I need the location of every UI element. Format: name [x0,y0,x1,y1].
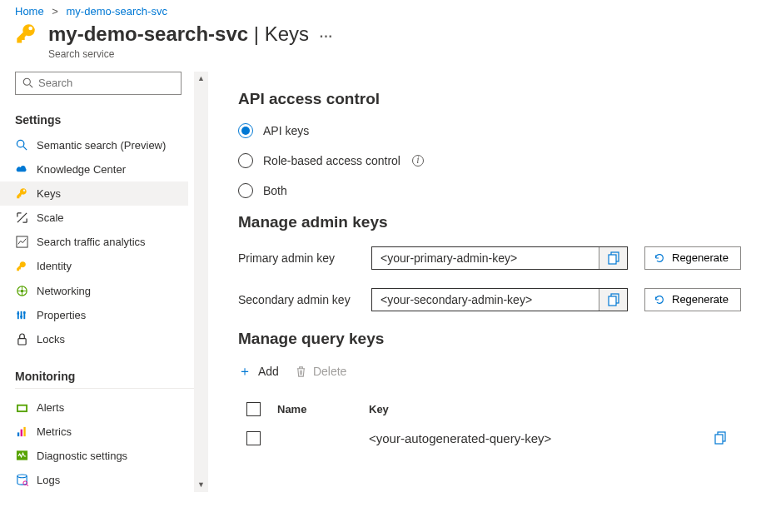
trash-icon [296,365,306,378]
copy-secondary-button[interactable] [599,289,627,311]
primary-key-field[interactable]: <your-primary-admin-key> [371,246,628,270]
breadcrumb-sep: > [52,5,58,17]
analytics-icon [15,236,28,248]
sidebar-item-keys[interactable]: Keys [0,181,188,206]
button-label: Add [258,365,279,378]
sidebar-item-semantic-search[interactable]: Semantic search (Preview) [0,133,188,157]
delete-query-key-button[interactable]: Delete [296,365,346,378]
radio-label: Role-based access control [263,154,400,167]
sidebar: « Settings Semantic search (Preview) Kno… [0,72,205,492]
logs-icon [15,474,28,486]
column-name: Name [277,403,369,415]
radio-api-keys[interactable]: API keys [238,123,748,138]
radio-label: API keys [263,124,309,137]
sidebar-item-knowledge-center[interactable]: Knowledge Center [0,157,188,181]
sidebar-item-scale[interactable]: Scale [0,206,188,230]
page-title: my-demo-search-svc | Keys ··· [48,22,333,47]
scrollbar[interactable]: ▲ ▼ [194,72,208,492]
add-query-key-button[interactable]: ＋ Add [238,363,279,380]
breadcrumb-current[interactable]: my-demo-search-svc [67,5,167,17]
network-icon [15,285,28,297]
copy-primary-button[interactable] [599,247,627,269]
breadcrumb-home[interactable]: Home [15,5,44,17]
scroll-up-icon[interactable]: ▲ [194,72,208,86]
secondary-key-value: <your-secondary-admin-key> [372,293,599,306]
scroll-down-icon[interactable]: ▼ [194,478,208,492]
button-label: Regenerate [672,293,729,306]
cloud-icon [15,163,28,175]
sidebar-item-label: Keys [37,187,61,200]
query-key-row: <your-autogenerated-query-key> [238,423,748,454]
search-field[interactable] [38,77,178,89]
sidebar-item-label: Locks [37,333,65,346]
sidebar-item-label: Networking [37,285,91,297]
lock-icon [15,333,28,346]
manage-query-title: Manage query keys [238,330,748,348]
sidebar-item-label: Diagnostic settings [37,450,127,462]
query-keys-table: Name Key <your-autogenerated-query-key> [238,395,748,454]
radio-both[interactable]: Both [238,183,748,198]
radio-rbac[interactable]: Role-based access control i [238,153,748,168]
sidebar-item-label: Search traffic analytics [37,236,146,248]
scale-icon [15,211,28,224]
info-icon[interactable]: i [412,155,424,167]
sidebar-item-alerts[interactable]: Alerts [0,395,188,420]
plus-icon: ＋ [238,363,251,380]
sidebar-item-diagnostic[interactable]: Diagnostic settings [0,444,188,468]
refresh-icon [654,294,665,306]
svg-line-3 [22,147,26,150]
sidebar-item-identity[interactable]: Identity [0,254,188,279]
primary-key-label: Primary admin key [238,251,355,265]
select-all-checkbox[interactable] [246,402,261,416]
search-icon [22,77,33,88]
svg-point-14 [17,312,19,315]
svg-line-1 [30,85,33,88]
diagnostic-icon [15,450,28,461]
svg-point-6 [20,289,23,292]
svg-line-26 [27,485,28,486]
main-content: API access control API keys Role-based a… [205,72,771,492]
properties-icon [15,309,28,321]
sidebar-item-metrics[interactable]: Metrics [0,420,188,444]
search-input[interactable] [15,72,182,95]
key-icon [15,187,28,200]
more-icon[interactable]: ··· [320,29,333,43]
svg-point-16 [22,311,25,314]
page-header: my-demo-search-svc | Keys ··· Search ser… [0,21,771,72]
primary-key-value: <your-primary-admin-key> [372,251,599,265]
svg-point-2 [17,140,23,147]
sidebar-item-label: Scale [37,211,64,224]
secondary-key-field[interactable]: <your-secondary-admin-key> [371,288,628,311]
query-key-value: <your-autogenerated-query-key> [369,431,714,445]
sidebar-item-label: Identity [37,260,72,272]
sidebar-item-networking[interactable]: Networking [0,279,188,303]
svg-rect-22 [23,427,25,436]
metrics-icon [15,425,28,438]
sidebar-item-label: Alerts [37,401,64,414]
sidebar-item-properties[interactable]: Properties [0,303,188,327]
svg-rect-19 [17,405,25,410]
svg-rect-28 [609,255,616,264]
svg-point-15 [20,316,22,318]
copy-query-key-button[interactable] [714,431,748,445]
svg-rect-17 [17,338,25,344]
sidebar-item-locks[interactable]: Locks [0,327,188,351]
api-access-title: API access control [238,90,748,108]
svg-rect-30 [609,296,616,306]
page-subtitle: Search service [48,48,333,60]
row-checkbox[interactable] [246,431,261,445]
breadcrumb: Home > my-demo-search-svc [0,0,771,21]
sidebar-item-traffic-analytics[interactable]: Search traffic analytics [0,230,188,254]
manage-admin-title: Manage admin keys [238,213,748,231]
column-key: Key [369,403,714,415]
regenerate-primary-button[interactable]: Regenerate [644,246,741,270]
identity-icon [15,260,28,273]
section-monitoring: Monitoring [15,370,205,389]
alerts-icon [15,402,28,413]
button-label: Regenerate [672,251,729,264]
sidebar-item-logs[interactable]: Logs [0,468,188,492]
regenerate-secondary-button[interactable]: Regenerate [644,288,741,311]
section-settings: Settings [15,113,205,127]
radio-label: Both [263,184,287,197]
sidebar-item-label: Semantic search (Preview) [37,139,166,152]
